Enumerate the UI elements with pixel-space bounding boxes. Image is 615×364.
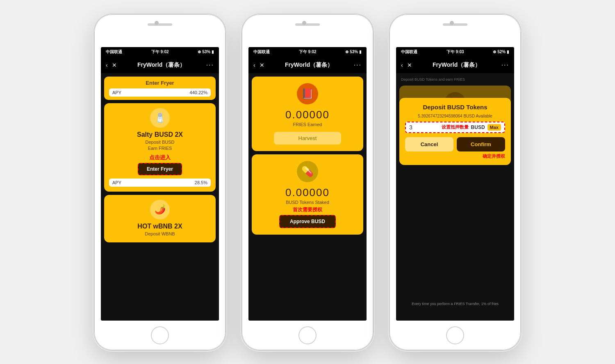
time-3: 下午 9:03 [446, 49, 464, 55]
carrier-2: 中国联通 [253, 49, 270, 55]
hot-wbnb-card: 🌶️ HOT wBNB 2X Deposit WBNB [104, 195, 216, 242]
nav-title-3: FryWorld（薯条） [412, 61, 501, 69]
salty-busd-card: 🧂 Salty BUSD 2X Deposit BUSD Earn FRIES … [104, 103, 216, 192]
phone-2-home-button[interactable] [298, 326, 317, 344]
deposit-input-annotation: 设置抵押数量 [442, 124, 469, 130]
phone-2: 中国联通 下午 9:02 ⊛ 53% ▮ ‹ ✕ FryWorld（薯条） ··… [242, 14, 373, 350]
hot-icon: 🌶️ [150, 200, 170, 219]
deposit-input-value[interactable]: 3 [409, 124, 439, 131]
confirm-button[interactable]: Confirm [457, 137, 505, 151]
top-apy-value: 440.22% [190, 90, 207, 95]
top-enter-fryer-label: Enter Fryer [109, 80, 211, 86]
p3-bottom-area: Every time you perform a FRIES Transfer,… [396, 299, 514, 308]
time-2: 下午 9:02 [299, 49, 317, 55]
phone-2-screen: 中国联通 下午 9:02 ⊛ 53% ▮ ‹ ✕ FryWorld（薯条） ··… [248, 47, 367, 321]
nav-left-2: ‹ ✕ [253, 62, 264, 68]
battery-1: ⊛ 53% ▮ [198, 50, 214, 54]
enter-annotation: 点击进入 [149, 154, 171, 161]
phone-1: 中国联通 下午 9:02 ⊛ 53% ▮ ‹ ✕ FryWorld（薯条） ··… [94, 14, 226, 350]
staked-label: BUSD Tokens Staked [286, 200, 329, 205]
card-apy-label: APY [112, 180, 121, 185]
screen-content-1: Enter Fryer APY 440.22% 🧂 Salty BUSD 2X … [101, 73, 219, 321]
busd-staked-card: 💊 0.00000 BUSD Tokens Staked 首次需要授权 Appr… [252, 154, 363, 235]
salty-icon: 🧂 [150, 108, 170, 128]
top-apy-bar: APY 440.22% [109, 88, 211, 97]
battery-2: ⊛ 53% ▮ [345, 50, 362, 54]
confirm-annotation: 确定并授权 [405, 153, 505, 159]
nav-dots-3[interactable]: ··· [501, 61, 509, 69]
status-bar-2: 中国联通 下午 9:02 ⊛ 53% ▮ [248, 47, 367, 57]
phone-speaker [148, 23, 172, 26]
screen-content-2: 📕 0.00000 FRIES Earned Harvest 💊 0.00000… [248, 73, 367, 321]
phone-2-speaker [295, 23, 320, 26]
bg-top-label: Deposit BUSD Tokens and earn FRIES [399, 77, 511, 82]
phone-2-camera [302, 21, 306, 25]
battery-3: ⊛ 52% ▮ [493, 50, 509, 54]
nav-left-1: ‹ ✕ [106, 62, 117, 68]
harvest-button[interactable]: Harvest [274, 132, 342, 145]
nav-bar-1: ‹ ✕ FryWorld（薯条） ··· [101, 57, 219, 73]
phone-camera [155, 21, 159, 25]
card-title-salty: Salty BUSD 2X [137, 131, 183, 138]
time-1: 下午 9:02 [151, 49, 169, 55]
busd-icon: 💊 [297, 161, 318, 182]
staked-amount: 0.00000 [285, 186, 330, 199]
phone-3: 中国联通 下午 9:03 ⊛ 52% ▮ ‹ ✕ FryWorld（薯条） ··… [390, 14, 521, 350]
enter-fryer-button[interactable]: Enter Fryer [138, 163, 182, 175]
close-button-2[interactable]: ✕ [260, 62, 264, 68]
max-button[interactable]: Max [487, 124, 501, 131]
status-bar-1: 中国联通 下午 9:02 ⊛ 53% ▮ [101, 47, 219, 57]
earned-amount: 0.00000 [285, 109, 330, 121]
back-button-3[interactable]: ‹ [401, 62, 403, 68]
card-apy-bar: APY 28.5% [109, 179, 211, 187]
nav-bar-3: ‹ ✕ FryWorld（薯条） ··· [396, 57, 514, 73]
card-title-hot: HOT wBNB 2X [137, 223, 182, 230]
phone-home-button[interactable] [151, 326, 169, 344]
card-apy-value: 28.5% [195, 180, 207, 185]
close-button-1[interactable]: ✕ [112, 62, 117, 68]
nav-title-1: FryWorld（薯条） [117, 61, 206, 69]
phone-3-camera [450, 21, 454, 25]
phone-3-speaker [443, 23, 467, 26]
nav-dots-1[interactable]: ··· [206, 61, 214, 69]
approve-button[interactable]: Approve BUSD [279, 215, 336, 228]
back-button-2[interactable]: ‹ [253, 62, 255, 68]
nav-bar-2: ‹ ✕ FryWorld（薯条） ··· [248, 57, 367, 73]
modal-title: Deposit BUSD Tokens [405, 104, 505, 111]
cancel-button[interactable]: Cancel [405, 137, 453, 151]
available-text: 5.392674723294598064 BUSD Available [405, 114, 505, 118]
phone-3-home-button[interactable] [446, 326, 464, 344]
close-button-3[interactable]: ✕ [407, 62, 412, 68]
nav-left-3: ‹ ✕ [401, 62, 412, 68]
phones-container: 中国联通 下午 9:02 ⊛ 53% ▮ ‹ ✕ FryWorld（薯条） ··… [86, 6, 529, 358]
screen-content-3: Deposit BUSD Tokens and earn FRIES 📕 0.0… [396, 73, 514, 321]
p3-bottom-text: Every time you perform a FRIES Transfer,… [399, 299, 511, 308]
back-button-1[interactable]: ‹ [106, 62, 108, 68]
deposit-modal: Deposit BUSD Tokens 5.392674723294598064… [399, 98, 511, 165]
fries-icon: 📕 [297, 83, 318, 104]
carrier-3: 中国联通 [401, 49, 417, 55]
top-apy-label: APY [112, 90, 121, 95]
nav-dots-2[interactable]: ··· [354, 61, 362, 69]
carrier-1: 中国联通 [106, 49, 122, 55]
earned-label: FRIES Earned [293, 122, 322, 127]
deposit-action-row: Cancel Confirm [405, 137, 505, 151]
phone-3-screen: 中国联通 下午 9:03 ⊛ 52% ▮ ‹ ✕ FryWorld（薯条） ··… [396, 47, 514, 321]
nav-title-2: FryWorld（薯条） [264, 61, 354, 69]
enter-fryer-top: Enter Fryer APY 440.22% [104, 77, 216, 100]
deposit-currency: BUSD [471, 124, 485, 130]
card-sub-hot: Deposit WBNB [145, 231, 175, 237]
status-bar-3: 中国联通 下午 9:03 ⊛ 52% ▮ [396, 47, 514, 57]
deposit-input-row[interactable]: 3 设置抵押数量 BUSD Max [405, 122, 505, 133]
approve-annotation: 首次需要授权 [293, 206, 322, 213]
fries-earned-card: 📕 0.00000 FRIES Earned Harvest [252, 77, 363, 151]
phone-1-screen: 中国联通 下午 9:02 ⊛ 53% ▮ ‹ ✕ FryWorld（薯条） ··… [101, 47, 219, 321]
card-sub-salty: Deposit BUSD Earn FRIES [146, 139, 175, 152]
